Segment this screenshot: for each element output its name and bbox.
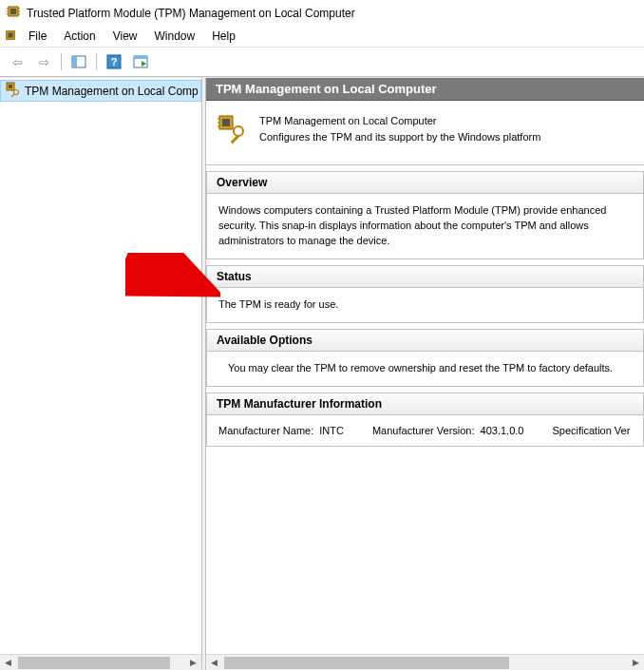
- menu-view[interactable]: View: [105, 28, 145, 45]
- svg-text:?: ?: [111, 56, 118, 67]
- tpm-chip-small-icon: [4, 29, 17, 45]
- svg-line-20: [10, 94, 14, 97]
- toolbar-separator: [61, 53, 62, 70]
- menu-help[interactable]: Help: [204, 28, 243, 45]
- mfr-name-label: Manufacturer Name:: [218, 425, 313, 436]
- window-title-bar: Trusted Platform Module (TPM) Management…: [0, 0, 644, 26]
- section-options: Available Options You may clear the TPM …: [206, 329, 644, 387]
- svg-point-26: [234, 126, 243, 136]
- section-status-header: Status: [207, 266, 643, 288]
- help-icon: ?: [106, 54, 122, 69]
- tpm-chip-icon: [6, 4, 21, 22]
- svg-rect-15: [134, 56, 147, 59]
- main-area: TPM Management on Local Comp ◀ ▶ TPM Man…: [0, 77, 644, 670]
- mfr-version-value: 403.1.0.0: [481, 425, 524, 436]
- intro-title: TPM Management on Local Computer: [259, 114, 540, 128]
- tpm-key-large-icon: [218, 114, 248, 147]
- show-hide-tree-button[interactable]: [67, 51, 90, 72]
- svg-rect-28: [231, 144, 236, 144]
- export-button[interactable]: [129, 51, 152, 72]
- menu-bar: File Action View Window Help: [0, 26, 644, 47]
- toolbar-separator: [96, 53, 97, 70]
- scroll-track[interactable]: [222, 655, 628, 670]
- svg-rect-11: [72, 56, 77, 67]
- tree-h-scrollbar[interactable]: ◀ ▶: [0, 654, 201, 670]
- svg-rect-22: [222, 119, 230, 126]
- section-manufacturer: TPM Manufacturer Information Manufacture…: [206, 392, 644, 447]
- scroll-thumb[interactable]: [224, 657, 509, 669]
- tree-item-label: TPM Management on Local Comp: [25, 85, 199, 98]
- menu-action[interactable]: Action: [56, 28, 103, 45]
- section-overview: Overview Windows computers containing a …: [206, 171, 644, 259]
- intro-row: TPM Management on Local Computer Configu…: [206, 101, 644, 165]
- forward-button[interactable]: ⇨: [32, 51, 55, 72]
- section-overview-header: Overview: [207, 172, 643, 194]
- scroll-left-icon[interactable]: ◀: [0, 655, 16, 671]
- help-button[interactable]: ?: [103, 51, 125, 72]
- tree-pane: TPM Management on Local Comp ◀ ▶: [0, 78, 201, 670]
- back-arrow-icon: ⇦: [12, 55, 23, 69]
- tpm-key-icon: [6, 82, 21, 100]
- scroll-right-icon[interactable]: ▶: [628, 655, 644, 671]
- export-list-icon: [133, 55, 148, 68]
- section-overview-body: Windows computers containing a Trusted P…: [207, 194, 643, 258]
- svg-point-19: [14, 90, 19, 95]
- svg-marker-16: [142, 61, 146, 67]
- scroll-track[interactable]: [16, 655, 185, 670]
- section-status-body: The TPM is ready for use.: [207, 288, 643, 322]
- tree-item-tpm-root[interactable]: TPM Management on Local Comp: [0, 80, 201, 102]
- mfr-spec-label: Specification Ver: [552, 425, 630, 436]
- scroll-left-icon[interactable]: ◀: [206, 655, 222, 671]
- svg-rect-27: [231, 135, 239, 144]
- section-options-header: Available Options: [207, 330, 643, 352]
- svg-rect-9: [8, 32, 12, 37]
- mfr-name-value: INTC: [319, 425, 344, 436]
- scroll-thumb[interactable]: [18, 657, 170, 669]
- back-button[interactable]: ⇦: [6, 51, 28, 72]
- section-manufacturer-header: TPM Manufacturer Information: [207, 393, 643, 415]
- content-h-scrollbar[interactable]: ◀ ▶: [206, 654, 644, 670]
- section-status: Status The TPM is ready for use.: [206, 265, 644, 323]
- svg-rect-1: [10, 9, 16, 14]
- forward-arrow-icon: ⇨: [39, 55, 49, 69]
- window-title-text: Trusted Platform Module (TPM) Management…: [27, 7, 355, 20]
- intro-description: Configures the TPM and its support by th…: [259, 130, 540, 144]
- menu-window[interactable]: Window: [147, 28, 203, 45]
- menu-file[interactable]: File: [21, 28, 54, 45]
- svg-rect-18: [9, 85, 12, 88]
- content-pane: TPM Management on Local Computer: [206, 78, 644, 670]
- toolbar: ⇦ ⇨ ?: [0, 47, 644, 77]
- content-header: TPM Management on Local Computer: [206, 78, 644, 101]
- scroll-right-icon[interactable]: ▶: [185, 655, 201, 671]
- section-options-body: You may clear the TPM to remove ownershi…: [207, 352, 643, 386]
- mfr-version-label: Manufacturer Version:: [372, 425, 475, 436]
- tree-pane-icon: [71, 55, 86, 68]
